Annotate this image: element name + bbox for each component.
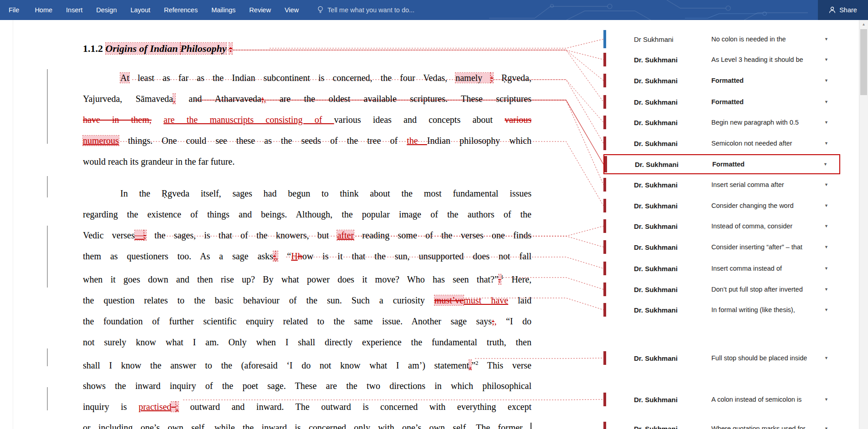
comment-text: Insert serial comma after (711, 181, 826, 188)
scrollbar-thumb[interactable] (860, 29, 867, 95)
comment-row-selected[interactable]: Dr. SukhmaniFormatted▼ (603, 154, 840, 174)
comment-row[interactable]: Dr. SukhmaniInsert serial comma after▼ (603, 175, 840, 195)
tab-file[interactable]: File (0, 0, 28, 20)
person-icon (829, 6, 836, 14)
comment-author: Dr. Sukhmani (634, 354, 709, 362)
comment-text: Formatted (711, 98, 826, 106)
comment-text: Formatted (712, 161, 827, 168)
comment-row[interactable]: Dr. SukhmaniConsider inserting “after” –… (603, 237, 840, 257)
comment-row[interactable]: Dr. SukhmaniInsert comma instead of▼ (603, 258, 840, 278)
tell-me-box[interactable]: Tell me what you want to do... (317, 0, 414, 20)
comment-dropdown-icon[interactable]: ▼ (824, 57, 828, 62)
comment-author: Dr. Sukhmani (634, 140, 709, 147)
comment-dropdown-icon[interactable]: ▼ (824, 245, 828, 249)
comment-dropdown-icon[interactable]: ▼ (824, 426, 828, 429)
comment-row[interactable]: Dr. SukhmaniInstead of comma, consider▼ (603, 216, 840, 236)
comment-text: Formatted (711, 77, 826, 84)
comment-text: Semicolon not needed after (711, 140, 826, 147)
comment-text: Consider inserting “after” – that (711, 243, 826, 251)
ribbon: File HomeInsertDesignLayoutReferencesMai… (0, 0, 868, 20)
comment-marker (603, 30, 606, 48)
comment-row[interactable]: Dr. SukhmaniFormatted▼ (603, 92, 840, 112)
tab-view[interactable]: View (278, 0, 306, 20)
scroll-up-icon[interactable]: ▲ (859, 20, 868, 29)
comment-author: Dr. Sukhmani (634, 119, 709, 126)
comment-row[interactable]: Dr. SukhmaniDon’t put full stop after in… (603, 279, 840, 299)
comment-row[interactable]: Dr. SukhmaniFormatted▼ (603, 71, 840, 91)
comment-dropdown-icon[interactable]: ▼ (823, 162, 827, 167)
comment-dropdown-icon[interactable]: ▼ (824, 224, 828, 228)
comment-row[interactable]: Dr SukhmaniNo colon is needed in the▼ (603, 29, 840, 49)
comment-text: Begin new paragraph with 0.5 (711, 119, 826, 126)
comment-marker (603, 240, 606, 254)
comment-marker (603, 116, 606, 129)
comment-dropdown-icon[interactable]: ▼ (824, 78, 828, 83)
comment-marker (603, 136, 606, 150)
tab-mailings[interactable]: Mailings (204, 0, 242, 20)
comment-author: Dr. Sukhmani (634, 396, 709, 404)
comment-author: Dr. Sukhmani (634, 265, 709, 273)
comment-author: Dr. Sukhmani (635, 161, 710, 168)
share-button[interactable]: Share (818, 0, 868, 20)
tab-design[interactable]: Design (89, 0, 123, 20)
page: 1.1.2 Origins of Indian Philosophy :At l… (0, 20, 859, 429)
comment-dropdown-icon[interactable]: ▼ (824, 308, 828, 312)
comment-text: A colon instead of semicolon is (711, 396, 826, 403)
comment-author: Dr. Sukhmani (634, 425, 709, 429)
comment-dropdown-icon[interactable]: ▼ (824, 266, 828, 271)
comment-row[interactable]: Dr. SukhmaniAs Level 3 heading it should… (603, 50, 840, 70)
comment-dropdown-icon[interactable]: ▼ (824, 203, 828, 208)
comment-row[interactable]: Dr. SukhmaniFull stop should be placed i… (603, 348, 840, 368)
comment-author: Dr. Sukhmani (634, 243, 709, 251)
comment-row[interactable]: Dr. SukhmaniWhere quotation marks used f… (603, 419, 840, 429)
comment-marker (603, 393, 606, 406)
comment-dropdown-icon[interactable]: ▼ (824, 287, 828, 292)
comment-text: In formal writing (like thesis), (711, 306, 826, 313)
comment-author: Dr. Sukhmani (634, 202, 709, 210)
comment-dropdown-icon[interactable]: ▼ (824, 141, 828, 146)
comment-author: Dr. Sukhmani (634, 98, 709, 106)
comment-marker (603, 422, 606, 429)
comment-text: Instead of comma, consider (711, 222, 826, 230)
comment-marker (603, 95, 606, 109)
comment-text: As Level 3 heading it should be (711, 56, 826, 63)
tell-me-label: Tell me what you want to do... (327, 6, 414, 14)
comment-text: Full stop should be placed inside (711, 354, 826, 362)
comment-dropdown-icon[interactable]: ▼ (824, 356, 828, 360)
comment-row[interactable]: Dr. SukhmaniConsider changing the word▼ (603, 196, 840, 216)
comment-marker (603, 283, 606, 296)
comment-marker (603, 199, 606, 212)
comment-marker (603, 219, 606, 233)
vertical-scrollbar[interactable]: ▲ (859, 20, 868, 429)
comment-text: Consider changing the word (711, 202, 826, 209)
comment-dropdown-icon[interactable]: ▼ (824, 37, 828, 41)
comment-marker (603, 351, 606, 365)
comment-text: Where quotation marks used for (711, 425, 826, 429)
comments-pane: Dr SukhmaniNo colon is needed in the▼Dr.… (0, 20, 859, 429)
tab-references[interactable]: References (157, 0, 204, 20)
comment-row[interactable]: Dr. SukhmaniSemicolon not needed after▼ (603, 133, 840, 153)
ribbon-tabs: HomeInsertDesignLayoutReferencesMailings… (28, 0, 306, 20)
tab-home[interactable]: Home (28, 0, 59, 20)
comment-text: Don’t put full stop after inverted (711, 286, 826, 293)
comment-dropdown-icon[interactable]: ▼ (824, 100, 828, 104)
comment-row[interactable]: Dr. SukhmaniA colon instead of semicolon… (603, 389, 840, 409)
comment-author: Dr. Sukhmani (634, 222, 709, 230)
comment-dropdown-icon[interactable]: ▼ (824, 397, 828, 402)
comment-author: Dr. Sukhmani (634, 77, 709, 85)
comment-author: Dr Sukhmani (634, 35, 709, 43)
tab-layout[interactable]: Layout (123, 0, 157, 20)
comment-author: Dr. Sukhmani (634, 181, 709, 189)
comment-dropdown-icon[interactable]: ▼ (824, 182, 828, 187)
lightbulb-icon (317, 6, 323, 14)
comment-marker (603, 303, 606, 317)
tab-insert[interactable]: Insert (59, 0, 89, 20)
comment-marker (603, 74, 606, 87)
comment-author: Dr. Sukhmani (634, 306, 709, 314)
comment-text: No colon is needed in the (711, 35, 826, 43)
tab-review[interactable]: Review (242, 0, 278, 20)
comment-row[interactable]: Dr. SukhmaniIn formal writing (like thes… (603, 300, 840, 320)
ribbon-decoration (471, 0, 817, 20)
comment-dropdown-icon[interactable]: ▼ (824, 120, 828, 125)
comment-row[interactable]: Dr. SukhmaniBegin new paragraph with 0.5… (603, 112, 840, 132)
